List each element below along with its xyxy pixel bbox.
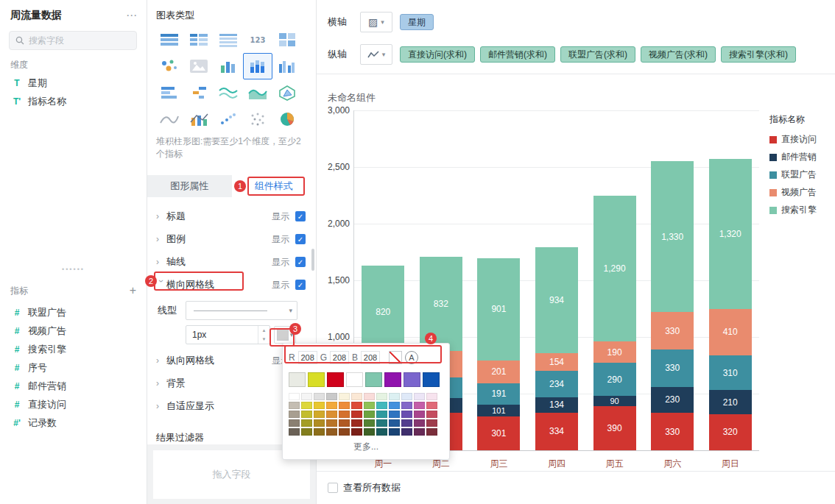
legend-item-直接访问[interactable]: 直接访问 (769, 133, 817, 146)
palette-color-swatch[interactable] (376, 411, 387, 418)
add-metric-icon[interactable]: + (130, 284, 136, 297)
palette-color-swatch[interactable] (376, 393, 387, 400)
palette-color-swatch[interactable] (339, 393, 350, 400)
palette-color-swatch[interactable] (314, 393, 325, 400)
line-type-select[interactable]: ▾ (186, 301, 297, 320)
bar-segment-直接访问[interactable]: 334 (535, 413, 578, 450)
show-checkbox[interactable]: ✓ (295, 211, 306, 221)
bar-segment-直接访问[interactable]: 390 (593, 406, 636, 450)
palette-color-swatch[interactable] (314, 428, 325, 436)
palette-color-swatch[interactable] (364, 393, 375, 400)
bar-segment-搜索引擎[interactable]: 1,320 (709, 159, 752, 308)
bar-segment-直接访问[interactable]: 320 (709, 414, 752, 450)
palette-color-swatch[interactable] (339, 411, 350, 418)
chart-type-point-chart-icon[interactable] (155, 53, 184, 79)
palette-color-swatch[interactable] (314, 419, 325, 427)
bar-segment-视频广告[interactable]: 410 (709, 309, 752, 355)
panel-resize-handle[interactable]: •••••• (0, 265, 147, 274)
palette-color-swatch[interactable] (351, 428, 362, 436)
r-value-input[interactable]: 208 (298, 351, 317, 364)
chart-type-multi-column-icon[interactable] (272, 53, 302, 79)
chart-type-pie-icon[interactable] (272, 106, 302, 132)
b-value-input[interactable]: 208 (361, 351, 380, 364)
palette-color-swatch[interactable] (289, 428, 300, 436)
bar-segment-邮件营销[interactable]: 90 (593, 396, 636, 406)
palette-color-swatch[interactable] (364, 419, 375, 427)
palette-color-swatch[interactable] (426, 428, 437, 436)
palette-color-swatch[interactable] (389, 428, 400, 436)
chart-type-area-icon[interactable] (243, 79, 272, 106)
palette-color-swatch[interactable] (364, 402, 375, 409)
standard-color-swatch[interactable] (346, 372, 363, 387)
palette-color-swatch[interactable] (351, 411, 362, 418)
palette-color-swatch[interactable] (401, 393, 412, 400)
chart-type-column-icon[interactable] (214, 53, 243, 79)
y-axis-pill[interactable]: 直接访问(求和) (400, 46, 475, 63)
chart-type-cross-table-icon[interactable] (184, 26, 214, 53)
search-input[interactable] (29, 35, 124, 46)
palette-color-swatch[interactable] (289, 393, 300, 400)
palette-color-swatch[interactable] (301, 402, 312, 409)
chart-type-scatter-icon[interactable] (214, 106, 243, 132)
chart-type-stacked-column-icon[interactable] (243, 53, 272, 79)
show-checkbox[interactable]: ✓ (295, 257, 306, 267)
palette-color-swatch[interactable] (376, 419, 387, 427)
x-axis-style-button[interactable]: ▨ ▾ (360, 12, 392, 32)
palette-color-swatch[interactable] (351, 419, 362, 427)
palette-color-swatch[interactable] (401, 411, 412, 418)
line-width-stepper[interactable]: 1px ▲ ▼ (186, 325, 270, 344)
show-checkbox[interactable]: ✓ (295, 234, 306, 244)
bar-segment-联盟广告[interactable]: 330 (651, 349, 694, 387)
more-colors-link[interactable]: 更多... (289, 437, 443, 453)
palette-color-swatch[interactable] (389, 393, 400, 400)
bar-segment-搜索引擎[interactable]: 901 (477, 258, 520, 361)
chart-type-kpi-card-icon[interactable]: 123 (243, 26, 272, 53)
palette-color-swatch[interactable] (401, 402, 412, 409)
bar-segment-视频广告[interactable]: 190 (593, 341, 636, 363)
chart-type-detail-table-icon[interactable] (214, 26, 243, 53)
palette-color-swatch[interactable] (414, 411, 425, 418)
show-checkbox[interactable]: ✓ (295, 280, 306, 290)
palette-color-swatch[interactable] (326, 428, 337, 436)
chart-type-group-table-icon[interactable] (155, 26, 184, 53)
setting-row-图例[interactable]: ›图例显示✓ (147, 229, 316, 249)
palette-color-swatch[interactable] (339, 419, 350, 427)
palette-color-swatch[interactable] (426, 419, 437, 427)
metric-item[interactable]: #'记录数 (0, 414, 147, 432)
bar-segment-联盟广告[interactable]: 191 (477, 383, 520, 405)
palette-color-swatch[interactable] (401, 419, 412, 427)
standard-color-swatch[interactable] (308, 372, 325, 387)
chart-type-line-icon[interactable] (214, 79, 243, 106)
setting-row-横向网格线[interactable]: ›横向网格线显示✓ (147, 274, 316, 295)
metric-item[interactable]: #搜索引擎 (0, 340, 147, 358)
palette-color-swatch[interactable] (326, 393, 337, 400)
palette-color-swatch[interactable] (339, 402, 350, 409)
palette-color-swatch[interactable] (289, 419, 300, 427)
palette-color-swatch[interactable] (351, 393, 362, 400)
chart-type-bar-icon[interactable] (155, 79, 184, 106)
panel-scrollbar[interactable] (311, 249, 314, 271)
bar-segment-邮件营销[interactable]: 101 (477, 405, 520, 416)
legend-item-联盟广告[interactable]: 联盟广告 (769, 168, 817, 181)
palette-color-swatch[interactable] (389, 402, 400, 409)
chart-type-radar-icon[interactable] (272, 79, 302, 106)
standard-color-swatch[interactable] (365, 372, 382, 387)
auto-color-icon[interactable]: A (405, 351, 418, 364)
metric-item[interactable]: #视频广告 (0, 322, 147, 340)
palette-color-swatch[interactable] (301, 411, 312, 418)
palette-color-swatch[interactable] (376, 402, 387, 409)
metric-item[interactable]: #邮件营销 (0, 377, 147, 395)
legend-item-邮件营销[interactable]: 邮件营销 (769, 151, 817, 163)
dimension-item[interactable]: T星期 (0, 74, 147, 92)
bar-segment-联盟广告[interactable]: 310 (709, 355, 752, 391)
g-value-input[interactable]: 208 (330, 351, 349, 364)
bar-segment-联盟广告[interactable]: 234 (535, 371, 578, 397)
palette-color-swatch[interactable] (414, 428, 425, 436)
legend-item-视频广告[interactable]: 视频广告 (769, 186, 817, 199)
standard-color-swatch[interactable] (404, 372, 420, 387)
palette-color-swatch[interactable] (389, 411, 400, 418)
palette-color-swatch[interactable] (414, 419, 425, 427)
chart-type-combo-icon[interactable] (184, 106, 214, 132)
bar-segment-搜索引擎[interactable]: 934 (535, 247, 578, 353)
palette-color-swatch[interactable] (326, 402, 337, 409)
